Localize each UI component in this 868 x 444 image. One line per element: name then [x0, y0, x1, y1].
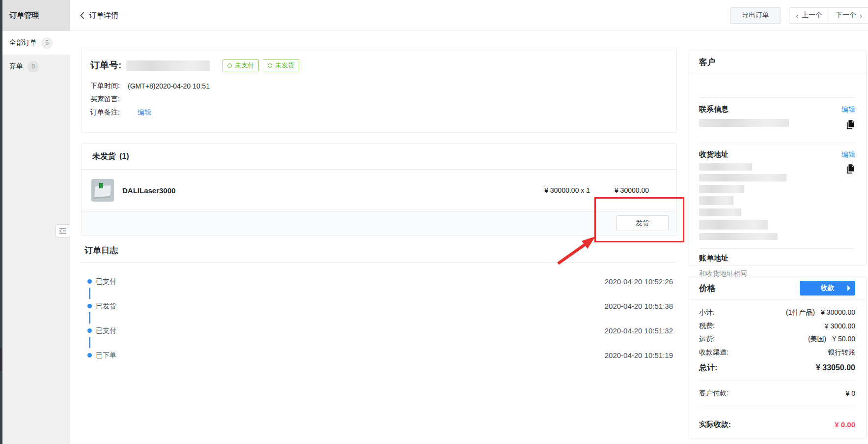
breadcrumb[interactable]: 订单详情	[80, 11, 118, 20]
previous-order-button[interactable]: ‹ 上一个	[789, 7, 829, 24]
timeline-connector	[89, 337, 90, 348]
module-title: 订单管理	[9, 11, 39, 20]
previous-order-label: 上一个	[802, 11, 822, 20]
total-value: ¥ 33050.00	[816, 363, 855, 372]
collapse-sidebar-icon	[59, 228, 67, 234]
redacted-line	[699, 174, 786, 181]
log-entry-time: 2020-04-20 10:51:38	[605, 302, 673, 310]
customer-card-body: 联系信息 编辑 收货地址 编辑	[688, 73, 866, 278]
pricing-card-body: 小计: (1件产品) ¥ 30000.00 税费: ¥ 3000.00 运费: …	[688, 306, 866, 432]
payment-channel-value: 银行转账	[828, 348, 855, 357]
tax-label: 税费:	[699, 322, 715, 330]
subtotal-value: ¥ 30000.00	[821, 308, 855, 317]
product-image-screen	[99, 183, 103, 188]
order-time-value: (GMT+8)2020-04-20 10:51	[128, 82, 210, 90]
customer-paid-row: 客户付款: ¥ 0	[699, 381, 855, 406]
log-entry: 已支付 2020-04-20 10:52:26	[81, 277, 677, 302]
tax-value: ¥ 3000.00	[825, 322, 855, 330]
buyer-message-row: 买家留言:	[90, 92, 665, 106]
sidebar-item-all-orders[interactable]: 全部订单 5	[2, 31, 70, 55]
module-header: 订单管理	[2, 0, 70, 31]
edit-order-note-link[interactable]: 编辑	[138, 108, 151, 117]
order-note-label: 订单备注:	[90, 108, 128, 117]
copy-icon	[846, 120, 854, 129]
product-image	[91, 179, 114, 202]
redacted-line	[699, 163, 752, 171]
collapse-sidebar-button[interactable]	[56, 224, 70, 237]
divider	[699, 248, 855, 249]
order-status-badges: 未支付 未发货	[223, 59, 299, 71]
contact-info-row	[699, 119, 855, 132]
redacted-line	[699, 220, 768, 230]
customer-card-header: 客户	[688, 51, 866, 73]
order-log-entries: 已支付 2020-04-20 10:52:26 已发货 2020-04-20 1…	[81, 277, 677, 376]
timeline-connector	[89, 312, 90, 324]
log-entry-time: 2020-04-20 10:51:32	[605, 326, 673, 335]
copy-shipping-button[interactable]	[845, 163, 855, 176]
export-orders-button[interactable]: 导出订单	[730, 7, 781, 24]
topbar: 订单详情 导出订单 ‹ 上一个 下一个 ›	[70, 0, 868, 31]
customer-paid-label: 客户付款:	[699, 389, 728, 398]
chevron-right-icon: ›	[860, 11, 862, 20]
abandoned-orders-count-badge: 0	[28, 61, 39, 72]
fulfillment-footer: 发货	[82, 211, 676, 235]
order-time-row: 下单时间: (GMT+8)2020-04-20 10:51	[90, 79, 665, 92]
collect-payment-button[interactable]: 收款	[800, 281, 855, 296]
fulfillment-header: 未发货 (1)	[82, 144, 676, 170]
subtotal-row: 小计: (1件产品) ¥ 30000.00	[699, 306, 855, 319]
breadcrumb-title: 订单详情	[89, 11, 118, 20]
edit-shipping-link[interactable]: 编辑	[841, 150, 855, 159]
redacted-line	[699, 196, 733, 205]
fulfillment-count: (1)	[119, 152, 129, 161]
order-time-label: 下单时间:	[90, 82, 128, 90]
redacted-shipping-address	[699, 163, 797, 243]
log-entry: 已发货 2020-04-20 10:51:38	[81, 302, 677, 326]
subtotal-label: 小计:	[699, 308, 715, 317]
shipping-fee-value: ¥ 50.00	[832, 335, 855, 344]
product-unit-price-qty: ¥ 30000.00 x 1	[506, 186, 590, 194]
redacted-order-number	[126, 60, 210, 71]
fulfillment-title: 未发货	[92, 151, 116, 162]
status-badge-label: 未支付	[235, 61, 254, 70]
log-entry: 已支付 2020-04-20 10:51:32	[81, 326, 677, 351]
sidebar: 全部订单 5 弃单 0	[2, 31, 70, 444]
total-label: 总计:	[699, 363, 717, 373]
actual-received-value: ¥ 0.00	[835, 420, 855, 429]
shipping-section-title: 收货地址	[699, 150, 728, 159]
status-dot-icon	[227, 63, 232, 68]
status-badge-label: 未发货	[275, 61, 294, 70]
divider	[699, 97, 855, 98]
edit-contact-link[interactable]: 编辑	[841, 105, 855, 114]
customer-card: 客户 联系信息 编辑 收货地址	[688, 51, 867, 266]
customer-card-title: 客户	[699, 57, 716, 68]
timeline-dot-icon	[87, 279, 92, 284]
next-order-button[interactable]: 下一个 ›	[829, 7, 868, 24]
product-name: DALILaser3000	[122, 186, 175, 195]
spacer	[699, 406, 855, 417]
subtotal-note: (1件产品)	[786, 308, 815, 317]
pricing-card-header: 价格 收款	[688, 277, 866, 299]
fulfillment-card: 未发货 (1) DALILaser3000 ¥ 30000.00 x 1 ¥ 3…	[81, 143, 677, 236]
all-orders-count-badge: 5	[41, 37, 53, 49]
sidebar-item-abandoned-orders[interactable]: 弃单 0	[2, 55, 70, 78]
shipping-address-row	[699, 163, 855, 243]
sidebar-item-label: 全部订单	[9, 38, 37, 47]
order-number-label: 订单号:	[90, 59, 121, 72]
tax-row: 税费: ¥ 3000.00	[699, 319, 855, 332]
copy-contact-button[interactable]	[845, 119, 855, 132]
order-summary-card: 订单号: 未支付 未发货 下单时间: (GMT+8)2020-04-20 10:…	[81, 48, 677, 133]
back-icon[interactable]	[80, 12, 84, 19]
log-entry-label: 已下单	[96, 351, 116, 360]
chevron-left-icon: ‹	[796, 11, 798, 20]
contact-section-title: 联系信息	[699, 105, 728, 114]
buyer-message-label: 买家留言:	[90, 95, 128, 104]
timeline-dot-icon	[87, 328, 92, 333]
shipping-section-header: 收货地址 编辑	[699, 150, 855, 159]
actual-received-row: 实际收款: ¥ 0.00	[699, 417, 855, 432]
redacted-line	[699, 233, 778, 240]
order-detail-page: 订单管理 订单详情 导出订单 ‹ 上一个 下一个 ›	[0, 0, 868, 444]
log-entry-label: 已发货	[96, 302, 116, 311]
order-pager: ‹ 上一个 下一个 ›	[789, 7, 868, 24]
divider	[699, 143, 855, 143]
customer-paid-value: ¥ 0	[846, 389, 855, 397]
